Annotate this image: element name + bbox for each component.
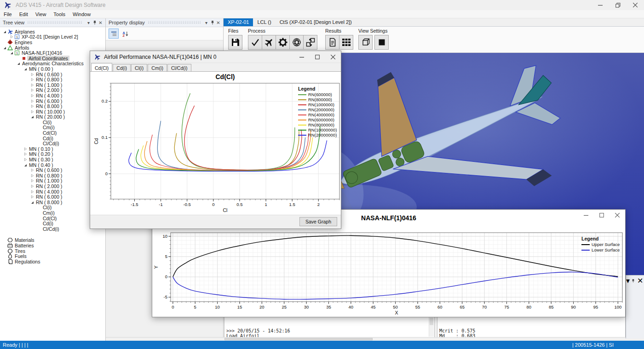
- doc-tab-cts-xp-02-01-design-level-2-[interactable]: CtS (XP-02-01 [Design Level 2]): [276, 18, 356, 26]
- log-console[interactable]: >>> 20/05/15 - 14:52:16Load Airfoil>>> 2…: [224, 316, 435, 338]
- expander-closed-icon[interactable]: [23, 152, 28, 157]
- svg-text:5: 5: [194, 304, 196, 309]
- expander-closed-icon[interactable]: [29, 98, 34, 103]
- expander-open-icon[interactable]: [9, 51, 14, 56]
- doc-tab-xp-02-01[interactable]: XP-02-01: [224, 18, 253, 26]
- maximize-button[interactable]: [310, 51, 325, 63]
- mesh-button[interactable]: [289, 35, 304, 50]
- expander-closed-icon[interactable]: [29, 173, 34, 178]
- expander-closed-icon[interactable]: [29, 72, 34, 77]
- tree-item-label: MN ( 0.30 ): [28, 157, 55, 162]
- expander-closed-icon[interactable]: [9, 34, 14, 40]
- expander-open-icon[interactable]: [23, 66, 28, 71]
- ribbon-group-label: Process: [248, 28, 317, 34]
- expander-open-icon[interactable]: [2, 45, 7, 50]
- chevron-down-icon[interactable]: ▾: [86, 20, 92, 26]
- expander-open-icon[interactable]: [23, 162, 28, 167]
- scrollbar-thumb[interactable]: [224, 338, 373, 340]
- minimize-button[interactable]: [592, 0, 609, 10]
- doc-tab-lcl-[interactable]: LCL (): [253, 18, 275, 26]
- menu-file[interactable]: File: [0, 11, 16, 18]
- tree-item-airplanes[interactable]: Airplanes: [0, 29, 105, 34]
- pin-icon[interactable]: [92, 20, 98, 26]
- expander-spacer: [2, 259, 7, 264]
- categorized-view-button[interactable]: [109, 29, 119, 39]
- menu-edit[interactable]: Edit: [16, 11, 32, 18]
- chart-tab-cl-cd-i-[interactable]: Cl/Cd(i): [167, 64, 191, 71]
- tree-item-tires[interactable]: Tires: [0, 248, 105, 254]
- tree-item-label: Engines: [13, 40, 34, 45]
- expander-closed-icon[interactable]: [29, 88, 34, 93]
- restore-button[interactable]: [609, 0, 627, 10]
- expander-closed-icon[interactable]: [23, 146, 28, 151]
- tree-item-label: Cl/Cd(i): [41, 226, 61, 232]
- chart-tab-cl-i-[interactable]: Cl(i): [131, 64, 147, 71]
- minimize-icon: [598, 3, 603, 7]
- svg-text:Cd(Cl): Cd(Cl): [216, 73, 235, 80]
- expander-open-icon[interactable]: [16, 61, 21, 66]
- tree-item-label: Regulations: [13, 259, 41, 264]
- expander-open-icon[interactable]: [29, 114, 34, 120]
- aircraft-analysis-button[interactable]: [262, 35, 276, 50]
- report-button[interactable]: [325, 35, 339, 50]
- expander-closed-icon[interactable]: [29, 189, 34, 194]
- expander-spacer: [36, 120, 41, 125]
- chart-tab-cd-cl-[interactable]: Cd(Cl): [91, 63, 112, 71]
- tree-item-materials[interactable]: Materials: [0, 238, 105, 243]
- tree-item-batteries[interactable]: Batteries: [0, 243, 105, 248]
- expander-closed-icon[interactable]: [29, 93, 34, 98]
- tree-item-xp-02-01-design-level-2[interactable]: 1XP-02-01 [Design Level 2]: [0, 34, 105, 40]
- save-graph-bar: Save Graph: [90, 215, 341, 229]
- tree-item-label: Cl/Cd(i): [41, 141, 61, 146]
- results-console[interactable]: Mcrit : 0.575Md : 0.683Ka : 0.892: [437, 316, 626, 338]
- expander-open-icon[interactable]: [2, 29, 7, 34]
- chart-tab-cm-i-[interactable]: Cm(i): [148, 64, 167, 71]
- chart-tab-cd-i-[interactable]: Cd(i): [113, 64, 131, 71]
- close-icon[interactable]: ✕: [637, 276, 643, 285]
- console-scrollbar[interactable]: [429, 317, 434, 337]
- data-grid-button[interactable]: [339, 35, 353, 50]
- close-button[interactable]: [325, 51, 341, 63]
- expander-closed-icon[interactable]: [29, 168, 34, 173]
- validate-button[interactable]: [248, 35, 262, 50]
- alphabetical-sort-button[interactable]: AZ: [120, 29, 130, 39]
- tree-item-engines[interactable]: Engines: [0, 40, 105, 45]
- tree-item-label: Cd(i): [41, 221, 55, 226]
- expander-closed-icon[interactable]: [29, 178, 34, 183]
- pin-icon[interactable]: [209, 20, 215, 26]
- expander-open-icon[interactable]: [29, 200, 34, 205]
- tree-item-regulations[interactable]: Regulations: [0, 259, 105, 264]
- expander-closed-icon[interactable]: [29, 77, 34, 82]
- tree-item-label: RN ( 1.000 ): [34, 82, 63, 88]
- tree-item-airfoils[interactable]: Airfoils: [0, 45, 105, 51]
- horizontal-scrollbar[interactable]: [106, 337, 626, 341]
- expander-closed-icon[interactable]: [29, 109, 34, 114]
- close-icon[interactable]: ✕: [98, 20, 104, 26]
- stop-button[interactable]: [374, 35, 389, 50]
- chevron-down-icon[interactable]: ▾: [626, 276, 632, 285]
- pin-icon[interactable]: [632, 276, 637, 285]
- view-3d-button[interactable]: [358, 35, 373, 50]
- transform-button[interactable]: [303, 35, 317, 50]
- menu-view[interactable]: View: [32, 11, 50, 18]
- process-settings-button[interactable]: [276, 35, 290, 50]
- floppy-save-icon: [231, 38, 240, 47]
- minimize-button[interactable]: [294, 51, 310, 63]
- menu-tools[interactable]: Tools: [50, 11, 69, 18]
- expander-closed-icon[interactable]: [29, 82, 34, 87]
- menu-window[interactable]: Window: [69, 11, 94, 18]
- svg-text:Z: Z: [122, 34, 125, 37]
- close-button[interactable]: [627, 0, 644, 10]
- expander-closed-icon[interactable]: [23, 157, 28, 162]
- expander-closed-icon[interactable]: [29, 195, 34, 200]
- expander-closed-icon[interactable]: [29, 184, 34, 189]
- close-icon[interactable]: ✕: [215, 20, 221, 26]
- chevron-down-icon[interactable]: ▾: [203, 20, 209, 26]
- transform-squares-icon: [306, 38, 315, 47]
- expander-closed-icon[interactable]: [29, 104, 34, 109]
- save-graph-button[interactable]: Save Graph: [299, 217, 337, 226]
- expander-spacer: [2, 40, 7, 45]
- menu-bar: FileEditViewToolsWindow: [0, 10, 644, 18]
- tree-item-fuels[interactable]: Fuels: [0, 253, 105, 259]
- save-button[interactable]: [228, 35, 242, 50]
